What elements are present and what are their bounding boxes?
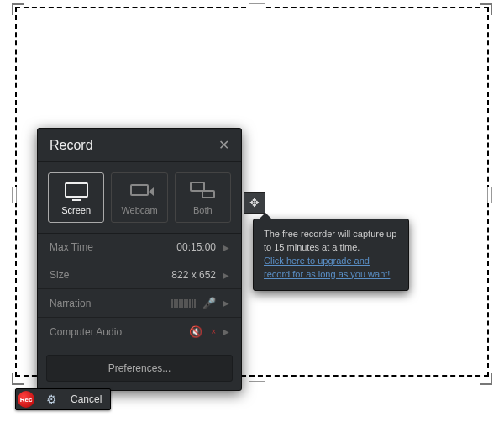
maxtime-value: 00:15:00	[176, 241, 216, 253]
move-icon: ✥	[249, 196, 260, 209]
move-handle[interactable]: ✥	[244, 192, 265, 214]
preferences-button[interactable]: Preferences...	[46, 355, 233, 382]
chevron-right-icon: ▶	[223, 327, 229, 336]
chevron-right-icon: ▶	[223, 271, 229, 280]
resize-handle-br[interactable]	[480, 373, 492, 385]
bottom-toolbar: Rec ⚙ Cancel	[15, 388, 111, 410]
setting-size[interactable]: Size 822 x 652 ▶	[38, 261, 241, 289]
resize-handle-bl[interactable]	[12, 373, 24, 385]
setting-maxtime[interactable]: Max Time 00:15:00 ▶	[38, 234, 241, 261]
resize-handle-tl[interactable]	[12, 3, 24, 15]
mode-screen[interactable]: Screen	[48, 172, 104, 223]
mode-row: Screen Webcam Both	[38, 162, 241, 234]
maxtime-label: Max Time	[50, 241, 93, 253]
both-icon	[190, 182, 215, 198]
microphone-icon: 🎤	[202, 297, 216, 309]
tooltip-text: The free recorder will capture up to 15 …	[264, 229, 396, 252]
panel-title: Record	[50, 138, 93, 153]
mode-both[interactable]: Both	[175, 172, 231, 223]
cancel-button[interactable]: Cancel	[62, 393, 110, 405]
upgrade-link[interactable]: Click here to upgrade and record for as …	[264, 256, 390, 279]
record-button[interactable]: Rec	[16, 389, 41, 409]
webcam-icon	[130, 184, 149, 196]
mode-webcam-label: Webcam	[121, 205, 157, 215]
setting-narration[interactable]: Narration 🎤 ▶	[38, 289, 241, 318]
muted-icon: ×	[211, 327, 216, 336]
record-label: Rec	[20, 396, 33, 404]
resize-handle-bottom[interactable]	[249, 377, 265, 382]
size-label: Size	[50, 269, 69, 281]
record-panel: Record ✕ Screen Webcam Both Max Time 00:…	[37, 128, 242, 391]
setting-computer-audio[interactable]: Computer Audio 🔇× ▶	[38, 318, 241, 346]
gear-icon: ⚙	[46, 393, 57, 406]
narration-label: Narration	[50, 298, 91, 309]
speaker-icon: 🔇	[189, 325, 202, 338]
resize-handle-left[interactable]	[12, 187, 17, 203]
size-value: 822 x 652	[171, 269, 216, 281]
audio-label: Computer Audio	[50, 326, 122, 338]
cancel-label: Cancel	[71, 393, 102, 405]
level-meter-icon	[171, 299, 196, 308]
chevron-right-icon: ▶	[223, 298, 229, 308]
maxtime-tooltip: The free recorder will capture up to 15 …	[253, 219, 409, 291]
record-icon: Rec	[18, 391, 34, 408]
preferences-label: Preferences...	[108, 362, 171, 374]
panel-header: Record ✕	[38, 129, 241, 162]
screen-icon	[65, 182, 88, 198]
resize-handle-tr[interactable]	[480, 3, 492, 15]
settings-button[interactable]: ⚙	[41, 393, 62, 406]
mode-webcam[interactable]: Webcam	[111, 172, 167, 223]
chevron-right-icon: ▶	[223, 243, 229, 252]
resize-handle-top[interactable]	[249, 3, 265, 8]
close-icon[interactable]: ✕	[218, 137, 229, 153]
mode-both-label: Both	[193, 205, 213, 215]
mode-screen-label: Screen	[61, 205, 91, 215]
resize-handle-right[interactable]	[487, 187, 492, 203]
